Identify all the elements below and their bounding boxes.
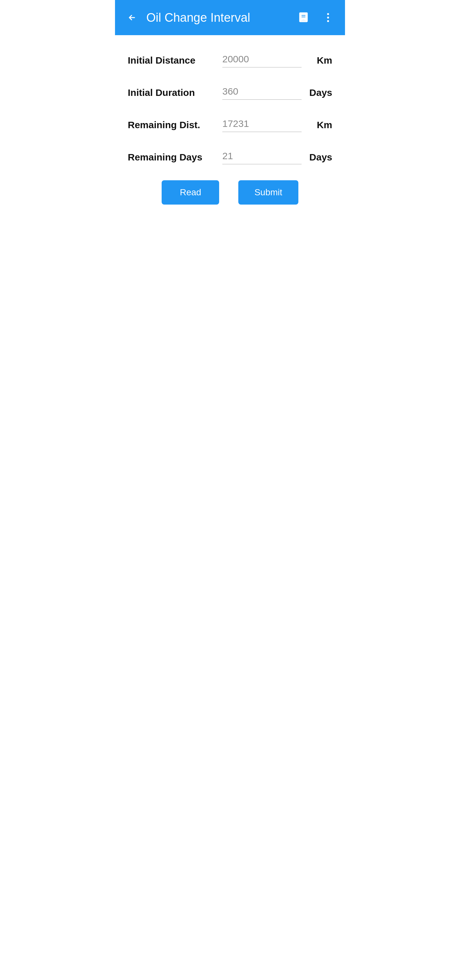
app-title: Oil Change Interval [146, 11, 297, 25]
back-button[interactable] [124, 10, 140, 25]
app-bar: Oil Change Interval [115, 0, 345, 35]
initial-distance-label: Initial Distance [128, 51, 217, 66]
app-bar-actions [297, 10, 336, 25]
remaining-dist-unit: Km [307, 116, 332, 130]
remaining-dist-row: Remaining Dist. Km [128, 116, 332, 132]
initial-duration-label: Initial Duration [128, 83, 217, 98]
bookmark-icon[interactable] [297, 10, 312, 25]
initial-duration-input[interactable] [222, 83, 301, 100]
more-options-icon[interactable] [320, 10, 336, 25]
remaining-days-row: Remaining Days Days [128, 148, 332, 164]
initial-duration-input-wrapper [222, 83, 301, 100]
buttons-row: Read Submit [128, 180, 332, 205]
read-button[interactable]: Read [162, 180, 219, 205]
initial-duration-row: Initial Duration Days [128, 83, 332, 100]
remaining-dist-label: Remaining Dist. [128, 116, 217, 130]
initial-distance-row: Initial Distance Km [128, 51, 332, 67]
initial-duration-unit: Days [307, 83, 332, 98]
remaining-days-unit: Days [307, 148, 332, 163]
remaining-dist-input[interactable] [222, 116, 301, 132]
remaining-days-label: Remaining Days [128, 148, 217, 163]
initial-distance-unit: Km [307, 51, 332, 66]
initial-distance-input[interactable] [222, 51, 301, 67]
remaining-days-input-wrapper [222, 148, 301, 164]
remaining-days-input[interactable] [222, 148, 301, 164]
remaining-dist-input-wrapper [222, 116, 301, 132]
initial-distance-input-wrapper [222, 51, 301, 67]
submit-button[interactable]: Submit [238, 180, 298, 205]
main-content: Initial Distance Km Initial Duration Day… [115, 35, 345, 217]
